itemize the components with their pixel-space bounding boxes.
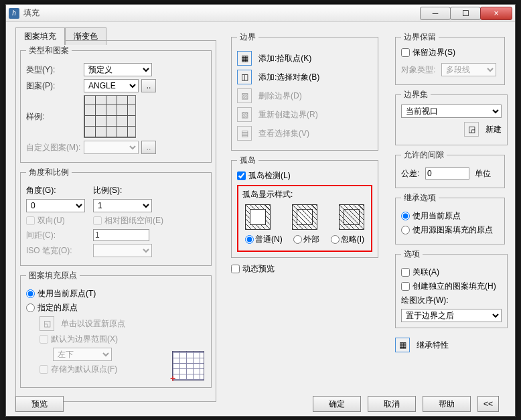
sample-swatch[interactable] <box>84 95 136 138</box>
hatch-dialog: h 填充 ─ ☐ × 图案填充 渐变色 类型和图案 类型(Y): 预定义 图案(… <box>5 4 516 417</box>
add-select-object-icon[interactable]: ◫ <box>237 70 252 84</box>
delete-boundary-icon: ▨ <box>237 88 252 103</box>
add-pick-point-icon[interactable]: ▦ <box>237 51 252 66</box>
recreate-boundary-icon: ▧ <box>237 107 252 122</box>
island-preview-ignore[interactable] <box>339 204 364 230</box>
group-island: 孤岛 孤岛检测(L) 孤岛显示样式: 普通(N) 外部 忽略(I) <box>231 155 378 258</box>
draw-order-label: 绘图次序(W): <box>401 295 449 306</box>
sample-label: 样例: <box>26 111 84 123</box>
inherit-properties-label[interactable]: 继承特性 <box>417 340 449 351</box>
window-title: 填充 <box>23 7 421 19</box>
group-boundary-set: 边界集 当前视口 ◲ 新建 <box>395 89 508 145</box>
new-boundary-set-label[interactable]: 新建 <box>486 124 502 135</box>
legend-origin: 图案填充原点 <box>26 270 80 281</box>
legend-island: 孤岛 <box>237 155 258 166</box>
type-select[interactable]: 预定义 <box>84 63 152 76</box>
inherit-source-radio[interactable]: 使用源图案填充的原点 <box>401 224 493 236</box>
spacing-input <box>93 229 149 241</box>
double-checkbox: 双向(U) <box>26 215 93 226</box>
legend-options: 选项 <box>401 249 423 260</box>
minimize-button[interactable]: ─ <box>420 7 451 20</box>
tab-body: 类型和图案 类型(Y): 预定义 图案(P): ANGLE .. 样例: 自定义… <box>15 40 216 402</box>
maximize-button[interactable]: ☐ <box>450 7 481 20</box>
custom-pattern-label: 自定义图案(M): <box>26 142 84 153</box>
island-outer-radio[interactable]: 外部 <box>293 234 319 245</box>
origin-preview-icon <box>172 351 204 380</box>
legend-angle-scale: 角度和比例 <box>26 167 72 178</box>
paperspace-checkbox: 相对图纸空间(E) <box>93 215 163 226</box>
type-label: 类型(Y): <box>26 64 84 76</box>
dynamic-preview-checkbox[interactable]: 动态预览 <box>231 263 275 275</box>
bounds-pos-select: 左下 <box>53 348 112 361</box>
tab-pattern-fill[interactable]: 图案填充 <box>15 27 65 45</box>
island-normal-radio[interactable]: 普通(N) <box>245 234 283 245</box>
object-type-label: 对象类型: <box>401 64 441 76</box>
help-button[interactable]: 帮助 <box>423 396 471 412</box>
cancel-button[interactable]: 取消 <box>368 396 416 412</box>
group-retain-boundary: 边界保留 保留边界(S) 对象类型: 多段线 <box>395 31 505 85</box>
keep-boundary-checkbox[interactable]: 保留边界(S) <box>401 47 455 58</box>
origin-use-current-radio[interactable]: 使用当前原点(T) <box>26 288 96 299</box>
add-select-object-label[interactable]: 添加:选择对象(B) <box>258 72 319 83</box>
angle-label: 角度(G): <box>26 185 93 196</box>
titlebar[interactable]: h 填充 ─ ☐ × <box>6 5 515 22</box>
scale-label: 比例(S): <box>93 185 122 196</box>
origin-specified-radio[interactable]: 指定的原点 <box>26 302 78 313</box>
store-default-checkbox: 存储为默认原点(F) <box>40 364 117 375</box>
island-style-highlight: 孤岛显示样式: 普通(N) 外部 忽略(I) <box>237 185 372 252</box>
close-button[interactable]: × <box>480 7 512 20</box>
view-selection-label: 查看选择集(V) <box>258 128 309 139</box>
island-detect-checkbox[interactable]: 孤岛检测(L) <box>237 170 291 182</box>
column-middle: 边界 ▦添加:拾取点(K) ◫添加:选择对象(B) ▨删除边界(D) ▧重新创建… <box>227 27 382 281</box>
tolerance-unit: 单位 <box>475 168 491 180</box>
new-boundary-set-icon[interactable]: ◲ <box>464 122 479 137</box>
group-angle-scale: 角度和比例 角度(G): 比例(S): 0 1 双向(U) 相对图纸空间(E) … <box>20 167 212 266</box>
angle-select[interactable]: 0 <box>26 199 85 212</box>
pick-origin-icon: ◱ <box>40 316 54 331</box>
island-ignore-radio[interactable]: 忽略(I) <box>331 234 364 245</box>
group-options: 选项 关联(A) 创建独立的图案填充(H) 绘图次序(W): 置于边界之后 <box>395 249 508 328</box>
group-hatch-origin: 图案填充原点 使用当前原点(T) 指定的原点 ◱ 单击以设置新原点 默认为边界范… <box>20 270 212 388</box>
legend-retain: 边界保留 <box>401 31 439 43</box>
delete-boundary-label: 删除边界(D) <box>258 90 302 102</box>
preview-button[interactable]: 预览 <box>15 396 64 412</box>
object-type-select: 多段线 <box>441 63 496 76</box>
legend-boundary-set: 边界集 <box>401 89 431 100</box>
column-right: 边界保留 保留边界(S) 对象类型: 多段线 边界集 当前视口 ◲ 新建 允许的… <box>391 27 509 362</box>
custom-pattern-browse-button: .. <box>141 141 156 154</box>
separate-hatch-checkbox[interactable]: 创建独立的图案填充(H) <box>401 281 496 292</box>
legend-boundary: 边界 <box>237 31 258 43</box>
view-selection-icon: ▤ <box>237 126 252 141</box>
island-preview-normal[interactable] <box>245 204 271 230</box>
collapse-button[interactable]: << <box>477 396 499 412</box>
inherit-current-radio[interactable]: 使用当前原点 <box>401 210 461 222</box>
button-bar: 预览 确定 取消 帮助 << <box>15 396 506 412</box>
group-type-pattern: 类型和图案 类型(Y): 预定义 图案(P): ANGLE .. 样例: 自定义… <box>20 45 212 163</box>
add-pick-point-label[interactable]: 添加:拾取点(K) <box>258 53 311 64</box>
legend-type-pattern: 类型和图案 <box>26 45 72 56</box>
boundary-set-select[interactable]: 当前视口 <box>401 104 502 118</box>
island-preview-outer[interactable] <box>292 204 317 230</box>
click-set-origin-label: 单击以设置新原点 <box>61 318 125 330</box>
group-boundary: 边界 ▦添加:拾取点(K) ◫添加:选择对象(B) ▨删除边界(D) ▧重新创建… <box>231 31 378 151</box>
draw-order-select[interactable]: 置于边界之后 <box>401 309 502 322</box>
ok-button[interactable]: 确定 <box>313 396 361 412</box>
legend-gap: 允许的间隙 <box>401 149 447 161</box>
app-icon: h <box>9 8 19 19</box>
spacing-label: 间距(C): <box>26 230 93 241</box>
inherit-properties-icon[interactable]: ▦ <box>395 338 410 352</box>
pattern-select[interactable]: ANGLE <box>84 79 139 92</box>
island-style-label: 孤岛显示样式: <box>242 189 367 200</box>
scale-select[interactable]: 1 <box>93 199 152 212</box>
tolerance-input[interactable] <box>425 167 469 180</box>
default-bounds-checkbox: 默认为边界范围(X) <box>40 334 118 345</box>
associative-checkbox[interactable]: 关联(A) <box>401 267 439 278</box>
group-gap-tolerance: 允许的间隙 公差: 单位 <box>395 149 505 188</box>
custom-pattern-select <box>84 141 139 154</box>
pattern-label: 图案(P): <box>26 80 84 92</box>
legend-inherit: 继承选项 <box>401 192 439 204</box>
group-inherit-options: 继承选项 使用当前原点 使用源图案填充的原点 <box>395 192 505 244</box>
recreate-boundary-label: 重新创建边界(R) <box>258 109 318 121</box>
tolerance-label: 公差: <box>401 168 425 180</box>
pattern-browse-button[interactable]: .. <box>141 79 156 92</box>
